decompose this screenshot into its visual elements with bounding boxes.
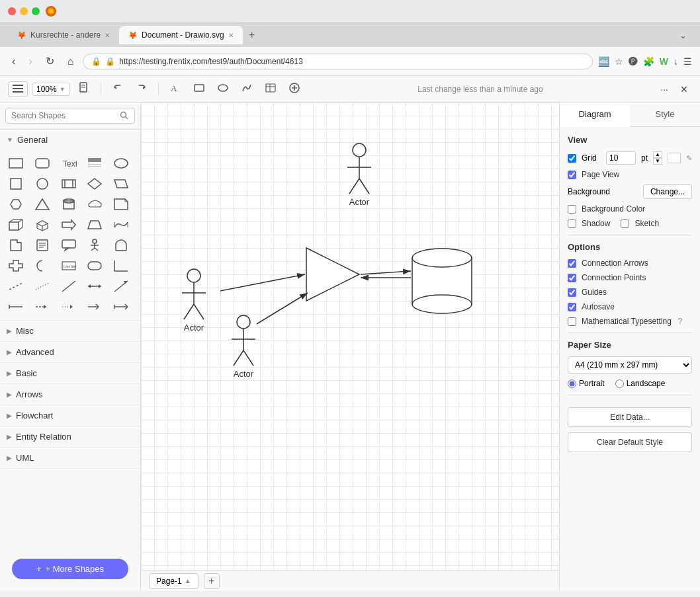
grid-checkbox[interactable] [568, 154, 576, 163]
landscape-label[interactable]: Landscape [615, 379, 666, 388]
shape-dotted-arrow[interactable] [58, 298, 79, 316]
grid-increment-button[interactable]: ▲ [653, 151, 662, 158]
shape-arrow-right[interactable] [58, 216, 79, 234]
insert-tool-button[interactable] [284, 79, 304, 99]
reload-button[interactable]: ↻ [42, 52, 58, 70]
bookmark-icon[interactable]: ☆ [615, 56, 623, 67]
close-editor-button[interactable]: ✕ [676, 81, 692, 97]
shape-hexagon[interactable] [5, 195, 26, 214]
diagram-tab[interactable]: Diagram [560, 102, 630, 127]
shape-3d-box2[interactable] [32, 216, 53, 234]
shape-group-entity-relation-header[interactable]: ▶ Entity Relation [0, 426, 140, 447]
extensions-icon[interactable]: 🧩 [643, 56, 654, 67]
shape-arrow-se[interactable] [110, 277, 132, 296]
actor-3[interactable]: Actor [232, 315, 255, 379]
shape-dashed-arrow[interactable] [32, 298, 53, 316]
profile-icon[interactable]: W [660, 56, 668, 67]
text-tool-button[interactable]: A [165, 79, 185, 99]
math-typesetting-help-icon[interactable]: ? [678, 317, 683, 326]
shape-rectangle[interactable] [5, 154, 26, 173]
triangle-shape[interactable] [306, 248, 359, 301]
sidebar-toggle-button[interactable] [8, 81, 28, 97]
shape-parallelogram[interactable] [110, 175, 132, 193]
redo-button[interactable] [132, 79, 152, 99]
shape-partial-rect[interactable] [110, 257, 132, 275]
pocket-icon[interactable]: 🅟 [629, 56, 638, 67]
page-1-tab[interactable]: Page-1 ▲ [149, 573, 198, 589]
tab-close-active-button[interactable]: ✕ [228, 32, 234, 39]
actor-2[interactable]: Actor [182, 269, 206, 333]
portrait-radio[interactable] [568, 379, 576, 388]
canvas-area[interactable]: Actor Actor Ac [141, 102, 559, 591]
page-setup-button[interactable] [74, 79, 94, 99]
shape-cloud[interactable] [84, 195, 105, 214]
shape-group-general-header[interactable]: ▼ General [0, 130, 140, 150]
shape-triangle[interactable] [32, 195, 53, 214]
grid-color-swatch[interactable] [668, 153, 681, 163]
grid-edit-icon[interactable]: ✎ [686, 154, 692, 163]
shape-note[interactable] [110, 195, 132, 214]
grid-decrement-button[interactable]: ▼ [653, 158, 662, 165]
translate-icon[interactable]: 🔤 [598, 56, 609, 67]
forward-button[interactable]: › [24, 53, 36, 70]
downloads-icon[interactable]: ↓ [674, 56, 678, 67]
connection-points-checkbox[interactable] [568, 274, 576, 282]
shape-half-circle[interactable] [110, 236, 132, 255]
home-button[interactable]: ⌂ [64, 53, 78, 70]
sketch-checkbox[interactable] [621, 219, 629, 228]
shape-two-arrow[interactable] [84, 277, 105, 296]
shadow-checkbox[interactable] [568, 219, 576, 228]
shape-tool-button[interactable] [189, 79, 209, 99]
shape-group-misc-header[interactable]: ▶ Misc [0, 321, 140, 341]
shape-group-arrows-header[interactable]: ▶ Arrows [0, 384, 140, 405]
new-tab-button[interactable]: + [243, 26, 261, 44]
table-tool-button[interactable] [261, 79, 281, 99]
edit-data-button[interactable]: Edit Data... [568, 407, 692, 427]
shape-crescent[interactable] [32, 257, 53, 275]
shape-rounded-rect[interactable] [32, 154, 53, 173]
guides-checkbox[interactable] [568, 288, 576, 297]
portrait-label[interactable]: Portrait [568, 379, 605, 388]
shape-group-uml-header[interactable]: ▶ UML [0, 448, 140, 468]
shape-process[interactable] [58, 175, 79, 193]
back-button[interactable]: ‹ [8, 53, 19, 70]
shape-group-flowchart-header[interactable]: ▶ Flowchart [0, 405, 140, 426]
shape-table-item[interactable]: List Item [58, 257, 79, 275]
background-color-checkbox[interactable] [568, 205, 576, 214]
address-bar[interactable]: 🔒 🔒 https://testing.frentix.com/test9/au… [83, 54, 592, 69]
shape-ellipse[interactable] [110, 154, 132, 173]
freehand-tool-button[interactable] [237, 79, 257, 99]
shape-dotted-line[interactable] [32, 277, 53, 296]
menu-icon[interactable]: ☰ [683, 56, 692, 67]
close-window-button[interactable] [8, 7, 16, 15]
shape-callout[interactable] [58, 236, 79, 255]
add-page-button[interactable]: + [204, 573, 220, 589]
page-view-checkbox[interactable] [568, 171, 576, 179]
shape-square[interactable] [5, 175, 26, 193]
more-shapes-button[interactable]: + + More Shapes [12, 559, 128, 579]
connection-arrows-checkbox[interactable] [568, 259, 576, 268]
shape-cylinder[interactable] [58, 195, 79, 214]
tab-close-button[interactable]: ✕ [105, 32, 110, 39]
autosave-checkbox[interactable] [568, 303, 576, 311]
shape-trapezoid[interactable] [84, 216, 105, 234]
shape-group-advanced-header[interactable]: ▶ Advanced [0, 342, 140, 362]
ellipse-tool-button[interactable] [213, 79, 233, 99]
shape-cross[interactable] [5, 257, 26, 275]
shape-actor[interactable] [84, 236, 105, 255]
landscape-radio[interactable] [615, 379, 624, 388]
shape-group-basic-header[interactable]: ▶ Basic [0, 363, 140, 383]
minimize-window-button[interactable] [20, 7, 28, 15]
tab-document[interactable]: 🦊 Document - Drawio.svg ✕ [119, 26, 243, 44]
shape-wave[interactable] [110, 216, 132, 234]
shape-arrow-type4[interactable] [110, 298, 132, 316]
shape-heading[interactable] [84, 154, 105, 173]
grid-pt-input[interactable] [606, 151, 636, 165]
actor-1[interactable]: Actor [347, 143, 371, 207]
zoom-control[interactable]: 100% ▼ [32, 83, 70, 96]
cylinder-shape[interactable] [412, 249, 472, 313]
shape-line[interactable] [58, 277, 79, 296]
shape-circle[interactable] [32, 175, 53, 193]
shape-arrow-type3[interactable] [84, 298, 105, 316]
shape-line-h1[interactable] [5, 298, 26, 316]
